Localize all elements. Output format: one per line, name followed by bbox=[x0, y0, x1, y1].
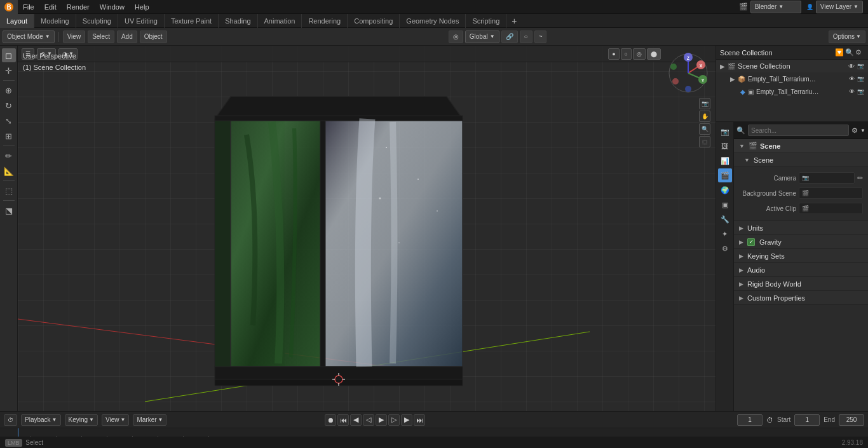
object-mode-selector[interactable]: Object Mode ▼ bbox=[3, 31, 55, 43]
item2-camera-icon[interactable]: 📷 bbox=[857, 88, 864, 95]
3d-viewport[interactable]: ☰ ⊙ ▼ ◑ ▼ ● ○ ◎ ⬤ User Perspective (1) S… bbox=[18, 46, 715, 411]
units-section-header[interactable]: ▶ Units bbox=[734, 221, 868, 235]
scene-selector[interactable]: Blender ▼ bbox=[750, 1, 801, 13]
tab-shading[interactable]: Shading bbox=[219, 14, 257, 28]
tab-animation[interactable]: Animation bbox=[258, 14, 302, 28]
tab-compositing[interactable]: Compositing bbox=[348, 14, 400, 28]
world-props-btn[interactable]: 🌍 bbox=[718, 183, 732, 197]
rendered-btn[interactable]: ⬤ bbox=[647, 48, 661, 60]
item1-eye-icon[interactable]: 👁 bbox=[849, 76, 855, 82]
falloff-btn[interactable]: ~ bbox=[534, 31, 547, 43]
start-frame-input[interactable] bbox=[794, 414, 820, 426]
tab-geometry-nodes[interactable]: Geometry Nodes bbox=[400, 14, 466, 28]
view-layer-props-btn[interactable]: 📊 bbox=[718, 154, 732, 168]
wireframe-shading-btn[interactable]: ○ bbox=[621, 48, 632, 60]
scene-root-header[interactable]: ▼ 🎬 Scene bbox=[734, 139, 868, 153]
modifier-props-btn[interactable]: 🔧 bbox=[718, 212, 732, 226]
active-clip-prop-field[interactable]: 🎬 bbox=[799, 203, 863, 214]
outliner-search-icon[interactable]: 🔍 bbox=[845, 48, 854, 57]
select-menu-btn[interactable]: Select bbox=[88, 31, 114, 43]
playback-menu-btn[interactable]: Playback ▼ bbox=[21, 414, 61, 426]
next-keyframe-btn[interactable]: ▷ bbox=[388, 414, 400, 426]
scene-camera-icon[interactable]: 📷 bbox=[857, 63, 864, 69]
keying-menu-btn[interactable]: Keying ▼ bbox=[65, 414, 98, 426]
menu-render[interactable]: Render bbox=[62, 0, 95, 14]
hand-pan-btn[interactable]: ✋ bbox=[699, 111, 710, 122]
extra-tool[interactable]: ⬔ bbox=[2, 203, 16, 217]
rotate-tool[interactable]: ↻ bbox=[2, 98, 16, 112]
render-region-btn[interactable]: ⬚ bbox=[699, 136, 710, 147]
menu-file[interactable]: File bbox=[18, 0, 39, 14]
measure-tool[interactable]: 📐 bbox=[2, 164, 16, 178]
add-workspace-btn[interactable]: + bbox=[506, 16, 522, 26]
marker-menu-btn[interactable]: Marker ▼ bbox=[133, 414, 166, 426]
select-box-tool[interactable]: ◻ bbox=[2, 48, 16, 62]
expand-icon[interactable]: ▼ bbox=[860, 128, 865, 133]
snap-btn[interactable]: 🔗 bbox=[501, 31, 518, 43]
annotate-tool[interactable]: ✏ bbox=[2, 149, 16, 163]
menu-window[interactable]: Window bbox=[95, 0, 130, 14]
particles-props-btn[interactable]: ✦ bbox=[718, 227, 732, 241]
tab-scripting[interactable]: Scripting bbox=[466, 14, 506, 28]
custom-props-section-header[interactable]: ▶ Custom Properties bbox=[734, 291, 868, 305]
physics-props-btn[interactable]: ⚙ bbox=[718, 241, 732, 255]
object-props-btn[interactable]: ▣ bbox=[718, 198, 732, 212]
solid-shading-btn[interactable]: ● bbox=[608, 48, 619, 60]
tab-texture-paint[interactable]: Texture Paint bbox=[165, 14, 219, 28]
end-frame-input[interactable] bbox=[839, 414, 864, 426]
outliner-item-1[interactable]: ▶ 📦 Empty_Tall_Terrarium_for_Re 👁 📷 bbox=[716, 72, 868, 85]
cursor-tool[interactable]: ✛ bbox=[2, 64, 16, 78]
view-layer-selector[interactable]: View Layer ▼ bbox=[816, 1, 863, 13]
next-frame-btn[interactable]: ▶ bbox=[401, 414, 412, 426]
filter-icon[interactable]: ⚙ bbox=[851, 126, 858, 135]
render-props-btn[interactable]: 📷 bbox=[718, 125, 732, 139]
tab-modeling[interactable]: Modeling bbox=[34, 14, 76, 28]
outliner-options-icon[interactable]: ⚙ bbox=[855, 48, 862, 57]
camera-view-btn[interactable]: 📷 bbox=[699, 98, 710, 109]
add-cube-tool[interactable]: ⬚ bbox=[2, 184, 16, 198]
zoom-btn[interactable]: 🔍 bbox=[699, 123, 710, 135]
rigid-body-section-header[interactable]: ▶ Rigid Body World bbox=[734, 277, 868, 291]
proportional-edit-btn[interactable]: ○ bbox=[520, 31, 532, 43]
item1-camera-icon[interactable]: 📷 bbox=[857, 76, 864, 82]
tab-uv-editing[interactable]: UV Editing bbox=[118, 14, 165, 28]
viewport-shading-btn[interactable]: ◑ ▼ bbox=[58, 48, 78, 60]
viewport-overlays-btn[interactable]: ⊙ ▼ bbox=[37, 48, 56, 60]
camera-edit-icon[interactable]: ✏ bbox=[857, 174, 863, 182]
transform-tool[interactable]: ⊞ bbox=[2, 129, 16, 143]
output-props-btn[interactable]: 🖼 bbox=[718, 139, 732, 153]
menu-help[interactable]: Help bbox=[130, 0, 154, 14]
tab-sculpting[interactable]: Sculpting bbox=[76, 14, 118, 28]
object-menu-btn[interactable]: Object bbox=[140, 31, 167, 43]
navigation-gizmo[interactable]: X Y Z bbox=[666, 51, 710, 95]
scene-collection-item[interactable]: ▶ 🎬 Scene Collection 👁 📷 bbox=[716, 60, 868, 72]
background-scene-prop-field[interactable]: 🎬 bbox=[799, 187, 863, 199]
material-preview-btn[interactable]: ◎ bbox=[633, 48, 646, 60]
view-menu-tl-btn[interactable]: View ▼ bbox=[102, 414, 129, 426]
audio-section-header[interactable]: ▶ Audio bbox=[734, 263, 868, 277]
scene-props-btn[interactable]: 🎬 bbox=[718, 168, 732, 182]
jump-end-btn[interactable]: ⏭ bbox=[414, 414, 425, 426]
transform-orientation[interactable]: Global ▼ bbox=[465, 31, 499, 43]
jump-start-btn[interactable]: ⏮ bbox=[337, 414, 349, 426]
scene-subsection-header[interactable]: ▼ Scene bbox=[734, 153, 868, 167]
keying-sets-section-header[interactable]: ▶ Keying Sets bbox=[734, 249, 868, 263]
prev-frame-btn[interactable]: ◀ bbox=[350, 414, 362, 426]
timeline-mode-btn[interactable]: ⏱ bbox=[4, 414, 17, 426]
item2-eye-icon[interactable]: 👁 bbox=[849, 88, 855, 95]
tab-layout[interactable]: Layout bbox=[0, 14, 34, 28]
viewport-view-menu[interactable]: ☰ bbox=[22, 48, 34, 60]
scale-tool[interactable]: ⤡ bbox=[2, 114, 16, 128]
outliner-filter-icon[interactable]: 🔽 bbox=[835, 48, 844, 57]
camera-prop-field[interactable]: 📷 bbox=[799, 172, 855, 184]
menu-edit[interactable]: Edit bbox=[39, 0, 62, 14]
tab-rendering[interactable]: Rendering bbox=[302, 14, 348, 28]
outliner-item-2[interactable]: ◆ ▣ Empty_Tall_Terrarium_for 👁 📷 bbox=[716, 85, 868, 98]
record-btn[interactable]: ⏺ bbox=[325, 414, 336, 426]
current-frame-input[interactable] bbox=[737, 414, 763, 426]
add-menu-btn[interactable]: Add bbox=[117, 31, 137, 43]
view-menu-btn[interactable]: View bbox=[63, 31, 86, 43]
gravity-checkbox[interactable]: ✓ bbox=[747, 238, 755, 246]
play-btn[interactable]: ▶ bbox=[376, 414, 387, 426]
prev-keyframe-btn[interactable]: ◁ bbox=[363, 414, 374, 426]
